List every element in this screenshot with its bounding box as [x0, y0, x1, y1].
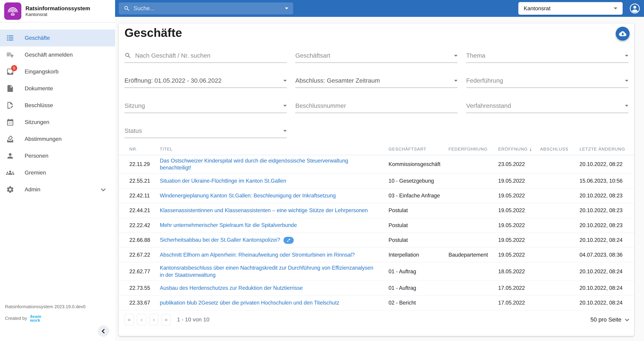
column-header[interactable]: Abschluss [540, 147, 580, 152]
geschaeft-link[interactable]: publikation blub 2Gesetz über die privat… [160, 300, 339, 306]
cell-titel: Ausbau des Herdenschutzes zur Reduktion … [160, 284, 388, 292]
geschaeft-link[interactable]: Situation der Ukraine-Flüchtlinge im Kan… [160, 178, 286, 184]
sidebar-item[interactable]: Sitzungen [0, 114, 115, 130]
geschaeft-link[interactable]: Mehr unternehmerischer Spielraum für die… [160, 222, 297, 228]
filter-input[interactable] [295, 102, 458, 110]
column-header[interactable]: Geschäftsart [388, 147, 448, 152]
cell-eroeffnung: 17.05.2022 [498, 285, 540, 291]
first-page-button[interactable]: « [124, 314, 134, 325]
filter-label: Geschäftsart [295, 52, 330, 59]
group-icon [6, 171, 14, 178]
filter-label: Verfahrensstand [466, 102, 511, 110]
cell-letzte-aenderung: 15.06.2023, 10:56 [580, 178, 628, 184]
user-menu-button[interactable] [629, 3, 640, 14]
page-size-value: 50 pro Seite [590, 316, 622, 323]
filter-label: Sitzung [124, 102, 145, 110]
sidebar-item[interactable]: Beschlüsse [0, 97, 115, 114]
filter-field[interactable]: Eröffnung: 01.05.2022 - 30.06.2022 [124, 63, 287, 88]
person-icon [6, 154, 14, 162]
tenant-select[interactable]: Kantonsrat [518, 2, 623, 15]
page-size-select[interactable]: 50 pro Seite [590, 316, 628, 323]
table-row: 22.11.29 Das Ostschweizer Kinderspital w… [119, 155, 634, 174]
calendar-icon [6, 120, 14, 128]
document-icon [6, 87, 14, 94]
cell-letzte-aenderung: 20.10.2022, 08:23 [580, 207, 628, 214]
sidebar-footer: Ratsinformationssystem 2023.19.0.dev0 Cr… [5, 304, 86, 322]
cell-geschaeftsart: Postulat [388, 207, 448, 214]
cell-eroeffnung: 19.05.2022 [498, 178, 540, 184]
sidebar-item[interactable]: Geschäfte [0, 30, 115, 46]
sidebar-item[interactable]: Dokumente [0, 80, 115, 97]
signature-badge[interactable] [284, 237, 294, 244]
page-title: Geschäfte [124, 26, 182, 40]
column-header[interactable]: Eröffnung ↓ [498, 146, 540, 152]
filter-input[interactable] [135, 52, 286, 59]
column-header[interactable]: Federführung [448, 147, 498, 152]
file-edit-icon [6, 104, 14, 111]
cell-nr: 22.55.21 [129, 178, 160, 184]
sidebar-item[interactable]: Personen [0, 148, 115, 164]
column-header[interactable]: Nr. [129, 147, 160, 152]
filter-field[interactable]: Federführung [466, 63, 628, 88]
sidebar-item[interactable]: Admin [0, 181, 115, 198]
geschaeft-link[interactable]: Windenergieplanung Kanton St.Gallen: Bes… [160, 192, 336, 199]
geschaeft-link[interactable]: Sicherheitsabbau bei der St.Galler Kanto… [160, 237, 280, 243]
cell-titel: publikation blub 2Gesetz über die privat… [160, 299, 388, 306]
cell-geschaeftsart: 03 - Einfache Anfrage [388, 192, 448, 199]
cell-titel: Klassenassistentinnen und Klassenassiste… [160, 207, 388, 214]
cell-nr: 22.67.22 [129, 252, 160, 258]
4teamwork-logo[interactable]: 4eam work [30, 314, 41, 322]
top-bar-right: Kantonsrat [518, 2, 644, 15]
filter-field[interactable]: Thema [466, 38, 628, 63]
table-row: 22.62.77 Kantonsratsbeschluss über einen… [119, 262, 634, 281]
cloud-download-icon [619, 30, 626, 38]
filter-label: Thema [466, 52, 485, 59]
geschaeft-link[interactable]: Klassenassistentinnen und Klassenassiste… [160, 207, 368, 214]
sidebar-item-label: Geschäft anmelden [25, 52, 73, 58]
cell-geschaeftsart: 01 - Auftrag [388, 268, 448, 275]
filter-label: Abschluss: Gesamter Zeitraum [295, 77, 380, 84]
global-search[interactable] [119, 2, 293, 14]
search-icon [124, 52, 132, 59]
parliament-icon [6, 5, 19, 17]
column-header[interactable]: Titel [160, 147, 388, 152]
content-card: Geschäfte Geschäftsart [119, 24, 634, 336]
cell-titel: Mehr unternehmerischer Spielraum für die… [160, 222, 388, 229]
sidebar-collapse-button[interactable] [98, 325, 109, 337]
filter-field[interactable]: Abschluss: Gesamter Zeitraum [295, 63, 458, 88]
sort-desc-icon[interactable]: ↓ [530, 146, 532, 152]
next-page-button[interactable]: › [149, 314, 158, 325]
geschaeft-link[interactable]: Kantonsratsbeschluss über einen Nachtrag… [160, 265, 373, 278]
sidebar-item[interactable]: Geschäft anmelden [0, 46, 115, 63]
filter-field[interactable] [124, 38, 287, 63]
cell-geschaeftsart: 02 - Bericht [388, 300, 448, 306]
filter-field[interactable] [295, 88, 458, 113]
cell-geschaeftsart: Postulat [388, 237, 448, 243]
sidebar-item-label: Beschlüsse [25, 102, 53, 108]
sidebar-item[interactable]: Abstimmungen [0, 130, 115, 148]
geschaeft-link[interactable]: Abschnitt Ellhorn am Alpenrhein: Rheinau… [160, 252, 355, 258]
filter-field[interactable]: Status [124, 113, 287, 138]
filter-field[interactable]: Geschäftsart [295, 38, 458, 63]
sidebar-item[interactable]: 5 Eingangskorb [0, 63, 115, 80]
search-scope-caret-icon[interactable] [285, 8, 288, 10]
global-search-input[interactable] [134, 5, 282, 12]
filter-field[interactable]: Sitzung [124, 88, 287, 113]
geschaeft-link[interactable]: Ausbau des Herdenschutzes zur Reduktion … [160, 285, 303, 291]
last-page-button[interactable]: » [162, 314, 171, 325]
column-header[interactable]: Letzte Änderung [580, 147, 628, 152]
prev-page-button[interactable]: ‹ [137, 314, 146, 325]
table-row: 22.67.22 Abschnitt Ellhorn am Alpenrhein… [119, 248, 634, 262]
geschaeft-link[interactable]: Das Ostschweizer Kinderspital wird durch… [160, 158, 348, 171]
table-row: 22.33.67 publikation blub 2Gesetz über d… [119, 296, 634, 310]
filter-field[interactable]: Verfahrensstand [466, 88, 628, 113]
cell-titel: Kantonsratsbeschluss über einen Nachtrag… [160, 264, 388, 278]
unread-count-badge: 5 [11, 65, 17, 71]
created-by: Created by 4eam work [5, 314, 86, 322]
sidebar-item-label: Eingangskorb [25, 68, 58, 75]
chevron-down-icon [454, 55, 458, 56]
app-logo[interactable] [4, 2, 21, 20]
cell-geschaeftsart: Kommissionsgeschäft [388, 161, 448, 167]
cell-letzte-aenderung: 20.10.2022, 08:22 [580, 161, 628, 167]
sidebar-item[interactable]: Gremien [0, 164, 115, 181]
